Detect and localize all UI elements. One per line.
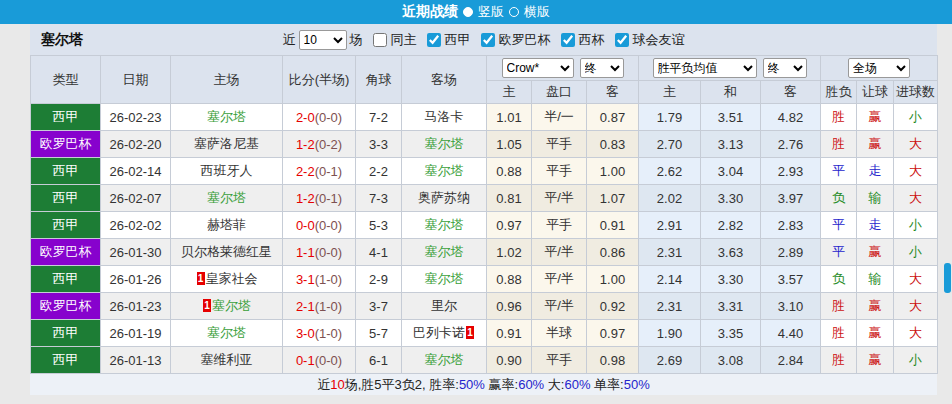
scope-select[interactable]: 全场 xyxy=(848,58,910,78)
home-team-name[interactable]: 塞尔塔 xyxy=(207,325,246,340)
date-cell: 26-01-13 xyxy=(101,347,171,374)
corner-cell: 5-7 xyxy=(356,320,402,347)
asia-home-odds: 0.81 xyxy=(487,185,532,212)
euro-draw-odds: 3.63 xyxy=(701,239,761,266)
asia-odds-group-header: Crow* 终 xyxy=(487,56,639,81)
sub-header-result: 胜负 xyxy=(821,81,857,104)
asia-handicap: 平手 xyxy=(532,158,587,185)
away-team-cell: 塞尔塔 xyxy=(402,239,487,266)
home-team-name[interactable]: 赫塔菲 xyxy=(207,217,246,232)
euro-home-odds: 2.31 xyxy=(639,239,701,266)
league-label-friendly[interactable]: 球会友谊 xyxy=(633,31,685,49)
league-label-laliga[interactable]: 西甲 xyxy=(445,31,471,49)
league-checkbox-laliga[interactable] xyxy=(427,33,441,47)
league-checkbox-copa[interactable] xyxy=(561,33,575,47)
euro-home-odds: 2.31 xyxy=(639,293,701,320)
match-row: 西甲26-01-13塞维利亚0-1(0-0)6-1塞尔塔0.90平手0.982.… xyxy=(31,347,938,374)
vertical-layout-label[interactable]: 竖版 xyxy=(478,3,504,21)
asia-final-select[interactable]: 终 xyxy=(580,58,624,78)
corner-cell: 7-3 xyxy=(356,185,402,212)
euro-draw-odds: 3.35 xyxy=(701,320,761,347)
match-row: 欧罗巴杯26-01-30贝尔格莱德红星1-1(0-0)4-1塞尔塔1.02平/半… xyxy=(31,239,938,266)
match-count-select[interactable]: 10 xyxy=(299,30,347,50)
home-team-cell: 塞维利亚 xyxy=(171,347,283,374)
sub-header-handicap: 盘口 xyxy=(532,81,587,104)
result-cell: 负 xyxy=(821,266,857,293)
asia-home-odds: 0.90 xyxy=(487,347,532,374)
away-team-name[interactable]: 塞尔塔 xyxy=(425,163,464,178)
away-team-name[interactable]: 马洛卡 xyxy=(425,109,464,124)
home-team-name[interactable]: 塞尔塔 xyxy=(212,298,251,313)
league-label-europa[interactable]: 欧罗巴杯 xyxy=(499,31,551,49)
match-row: 西甲26-02-02赫塔菲0-0(0-0)5-3塞尔塔0.97平手0.912.9… xyxy=(31,212,938,239)
same-home-checkbox[interactable] xyxy=(373,33,387,47)
home-team-name[interactable]: 塞维利亚 xyxy=(201,352,253,367)
asia-away-odds: 1.00 xyxy=(587,266,639,293)
halftime-score: (0-1) xyxy=(315,164,342,179)
asia-away-odds: 0.86 xyxy=(587,239,639,266)
home-team-cell: 塞尔塔 xyxy=(171,185,283,212)
away-team-name[interactable]: 塞尔塔 xyxy=(425,136,464,151)
corner-cell: 7-2 xyxy=(356,104,402,131)
home-team-name[interactable]: 贝尔格莱德红星 xyxy=(181,244,272,259)
scrollbar-thumb[interactable] xyxy=(944,263,951,293)
page-title: 近期战绩 xyxy=(402,3,458,21)
summary-text: 大: xyxy=(544,377,564,392)
home-team-name[interactable]: 皇家社会 xyxy=(206,271,258,286)
col-header-corner: 角球 xyxy=(356,56,402,104)
asia-home-odds: 1.01 xyxy=(487,104,532,131)
date-cell: 26-01-26 xyxy=(101,266,171,293)
same-home-label[interactable]: 同主 xyxy=(391,31,417,49)
asia-away-odds: 0.87 xyxy=(587,104,639,131)
home-team-name[interactable]: 西班牙人 xyxy=(201,163,253,178)
away-team-cell: 里尔 xyxy=(402,293,487,320)
horizontal-layout-label[interactable]: 横版 xyxy=(524,3,550,21)
league-label-copa[interactable]: 西杯 xyxy=(579,31,605,49)
date-cell: 26-02-23 xyxy=(101,104,171,131)
asia-handicap: 平手 xyxy=(532,347,587,374)
home-team-name[interactable]: 塞萨洛尼基 xyxy=(194,136,259,151)
league-checkbox-europa[interactable] xyxy=(481,33,495,47)
horizontal-layout-radio[interactable] xyxy=(509,7,519,17)
summary-text: 10 xyxy=(330,377,344,392)
col-header-score: 比分(半场) xyxy=(283,56,356,104)
away-team-name[interactable]: 里尔 xyxy=(431,298,457,313)
asia-handicap: 平/半 xyxy=(532,266,587,293)
euro-avg-select[interactable]: 胜平负均值 xyxy=(653,58,757,78)
match-row: 西甲26-02-23塞尔塔2-0(0-0)7-2马洛卡1.01半/一0.871.… xyxy=(31,104,938,131)
result-cell: 胜 xyxy=(821,293,857,320)
away-team-name[interactable]: 塞尔塔 xyxy=(425,244,464,259)
home-team-name[interactable]: 塞尔塔 xyxy=(207,190,246,205)
asia-away-odds: 1.00 xyxy=(587,158,639,185)
goals-result-cell: 大 xyxy=(894,131,938,158)
vertical-layout-radio[interactable] xyxy=(463,7,473,17)
euro-home-odds: 2.91 xyxy=(639,212,701,239)
corner-cell: 3-7 xyxy=(356,293,402,320)
asia-home-odds: 0.91 xyxy=(487,320,532,347)
scope-group-header: 全场 xyxy=(821,56,938,81)
red-card-badge: 1 xyxy=(466,326,474,339)
league-checkbox-friendly[interactable] xyxy=(615,33,629,47)
euro-final-select[interactable]: 终 xyxy=(763,58,807,78)
goals-result-cell: 大 xyxy=(894,293,938,320)
away-team-name[interactable]: 塞尔塔 xyxy=(425,217,464,232)
content-area: 塞尔塔 近 10 场 同主 西甲 欧罗巴杯 西杯 球会友谊 xyxy=(30,24,937,395)
col-header-type: 类型 xyxy=(31,56,101,104)
bookmaker-select[interactable]: Crow* xyxy=(502,58,574,78)
away-team-name[interactable]: 巴列卡诺 xyxy=(413,325,465,340)
handicap-result-cell: 赢 xyxy=(857,293,894,320)
away-team-name[interactable]: 奥萨苏纳 xyxy=(418,190,470,205)
red-card-badge: 1 xyxy=(203,299,211,312)
away-team-name[interactable]: 塞尔塔 xyxy=(425,271,464,286)
goals-result-cell: 大 xyxy=(894,185,938,212)
goals-result-cell: 小 xyxy=(894,239,938,266)
fulltime-score: 0-0 xyxy=(296,218,315,233)
away-team-name[interactable]: 塞尔塔 xyxy=(425,352,464,367)
away-team-cell: 塞尔塔 xyxy=(402,131,487,158)
euro-draw-odds: 3.31 xyxy=(701,293,761,320)
asia-handicap: 平手 xyxy=(532,212,587,239)
result-cell: 胜 xyxy=(821,104,857,131)
league-badge: 西甲 xyxy=(31,158,101,185)
home-team-name[interactable]: 塞尔塔 xyxy=(207,109,246,124)
halftime-score: (0-1) xyxy=(315,191,342,206)
